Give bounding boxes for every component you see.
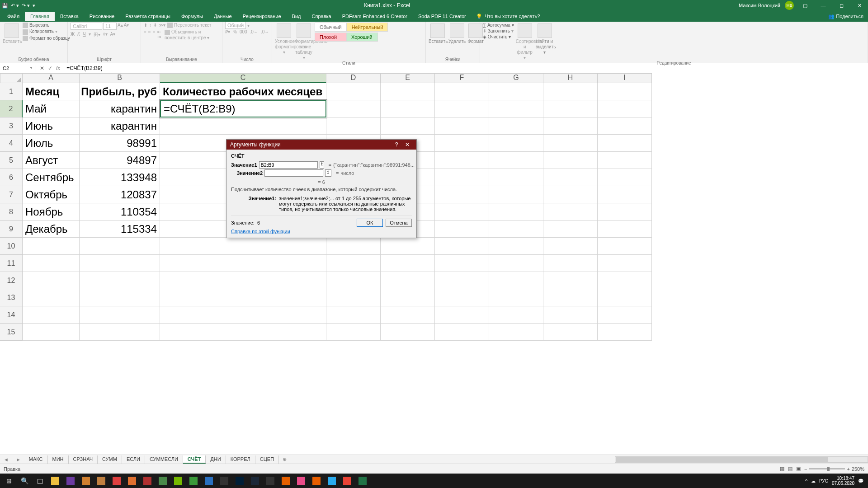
italic-button[interactable]: К: [77, 32, 80, 38]
number-format[interactable]: Общий: [225, 22, 246, 29]
cell-E14[interactable]: [381, 306, 435, 324]
paste-button[interactable]: Вставить: [3, 23, 21, 44]
dialog-help-icon[interactable]: ?: [391, 141, 402, 148]
cell-A15[interactable]: [23, 324, 80, 341]
cell-H15[interactable]: [543, 324, 598, 341]
style-bad[interactable]: Плохой: [315, 33, 346, 42]
sheet-tab-ДНИ[interactable]: ДНИ: [206, 455, 226, 464]
cell-A9[interactable]: Декабрь: [23, 221, 80, 238]
cell-A1[interactable]: Месяц: [23, 83, 80, 100]
cell-C3[interactable]: [160, 117, 326, 135]
tab-review[interactable]: Рецензирование: [237, 12, 287, 21]
tab-layout[interactable]: Разметка страницы: [120, 12, 176, 21]
arg1-input[interactable]: [259, 161, 318, 169]
align-bot-icon[interactable]: ⬇: [153, 23, 157, 28]
col-I[interactable]: I: [598, 73, 652, 83]
cell-B7[interactable]: 120837: [80, 186, 160, 203]
cell-F12[interactable]: [435, 272, 489, 289]
fx-icon[interactable]: fx: [56, 65, 60, 71]
cell-D11[interactable]: [326, 255, 381, 272]
sheet-tab-СЧЁТ[interactable]: СЧЁТ: [183, 455, 206, 464]
start-icon[interactable]: ⊞: [2, 474, 16, 487]
view-layout-icon[interactable]: ▤: [788, 466, 793, 472]
cell-H6[interactable]: [543, 169, 598, 186]
bold-button[interactable]: Ж: [71, 32, 75, 38]
tab-draw[interactable]: Рисование: [84, 12, 120, 21]
cell-E1[interactable]: [381, 83, 435, 100]
dialog-close-icon[interactable]: ✕: [402, 141, 413, 148]
cell-D12[interactable]: [326, 272, 381, 289]
share-button[interactable]: 👥 Поделиться: [828, 14, 863, 19]
cell-F3[interactable]: [435, 117, 489, 135]
cell-F8[interactable]: [435, 203, 489, 221]
cell-B9[interactable]: 115334: [80, 221, 160, 238]
tray-onedrive-icon[interactable]: ☁: [811, 479, 816, 483]
zoom-out-icon[interactable]: −: [804, 466, 807, 472]
tray-lang[interactable]: РУС: [819, 479, 828, 483]
sheet-nav-prev-icon[interactable]: ◄: [0, 457, 12, 462]
row-9[interactable]: 9: [0, 221, 23, 238]
row-8[interactable]: 8: [0, 203, 23, 221]
cell-D10[interactable]: [326, 238, 381, 255]
merge-button[interactable]: Объединить и поместить в центре ▾: [165, 29, 219, 40]
sheet-tab-КОРРЕЛ[interactable]: КОРРЕЛ: [226, 455, 255, 464]
cell-A14[interactable]: [23, 306, 80, 324]
cell-H8[interactable]: [543, 203, 598, 221]
border-icon[interactable]: 田▾: [94, 32, 100, 38]
cell-H12[interactable]: [543, 272, 598, 289]
cell-E3[interactable]: [381, 117, 435, 135]
cell-G7[interactable]: [489, 186, 543, 203]
cell-B8[interactable]: 110354: [80, 203, 160, 221]
sheet-tab-СЦЕП[interactable]: СЦЕП: [255, 455, 279, 464]
autosum-button[interactable]: ∑ Автосумма ▾: [483, 23, 514, 28]
search-icon[interactable]: 🔍: [17, 474, 32, 487]
row-13[interactable]: 13: [0, 289, 23, 306]
cell-G9[interactable]: [489, 221, 543, 238]
sheet-tab-ЕСЛИ[interactable]: ЕСЛИ: [122, 455, 145, 464]
font-name[interactable]: Calibri: [71, 23, 102, 30]
tab-home[interactable]: Главная: [25, 12, 55, 21]
cell-B5[interactable]: 94897: [80, 152, 160, 169]
cell-A2[interactable]: Май: [23, 100, 80, 117]
cell-D14[interactable]: [326, 306, 381, 324]
cell-G3[interactable]: [489, 117, 543, 135]
shrink-font-icon[interactable]: A▾: [124, 23, 129, 30]
cell-H9[interactable]: [543, 221, 598, 238]
align-mid-icon[interactable]: ↕: [149, 23, 151, 28]
sort-filter-button[interactable]: Сортировка и фильтр ▾: [516, 23, 534, 61]
close-icon[interactable]: ✕: [853, 3, 866, 9]
cell-C13[interactable]: [160, 289, 326, 306]
app-icon-5[interactable]: [125, 474, 139, 487]
app-icon-1[interactable]: [63, 474, 78, 487]
ribbon-options-icon[interactable]: ▢: [798, 3, 812, 9]
tab-file[interactable]: Файл: [2, 12, 25, 21]
currency-icon[interactable]: ₽▾: [225, 29, 230, 34]
app-icon-6[interactable]: [140, 474, 155, 487]
col-C[interactable]: C: [160, 73, 326, 83]
ok-button[interactable]: ОК: [357, 219, 383, 227]
app-icon-9[interactable]: [186, 474, 201, 487]
row-1[interactable]: 1: [0, 83, 23, 100]
help-link[interactable]: Справка по этой функции: [231, 229, 290, 234]
cell-F6[interactable]: [435, 169, 489, 186]
tab-pdf1[interactable]: PDFsam Enhanced 6 Creator: [337, 12, 413, 21]
cell-H13[interactable]: [543, 289, 598, 306]
cell-I13[interactable]: [598, 289, 652, 306]
row-7[interactable]: 7: [0, 186, 23, 203]
row-5[interactable]: 5: [0, 152, 23, 169]
cell-G2[interactable]: [489, 100, 543, 117]
cell-I5[interactable]: [598, 152, 652, 169]
cell-F14[interactable]: [435, 306, 489, 324]
cell-I4[interactable]: [598, 135, 652, 152]
cell-G13[interactable]: [489, 289, 543, 306]
grow-font-icon[interactable]: A▴: [118, 23, 123, 30]
cell-H2[interactable]: [543, 100, 598, 117]
cond-format-button[interactable]: Условное форматирование ▾: [275, 23, 293, 55]
cell-G1[interactable]: [489, 83, 543, 100]
style-normal[interactable]: Обычный: [315, 23, 347, 32]
cell-B1[interactable]: Прибыль, руб: [80, 83, 160, 100]
cell-I14[interactable]: [598, 306, 652, 324]
cell-B6[interactable]: 133948: [80, 169, 160, 186]
cell-C14[interactable]: [160, 306, 326, 324]
tray-chevron-icon[interactable]: ^: [805, 479, 807, 483]
